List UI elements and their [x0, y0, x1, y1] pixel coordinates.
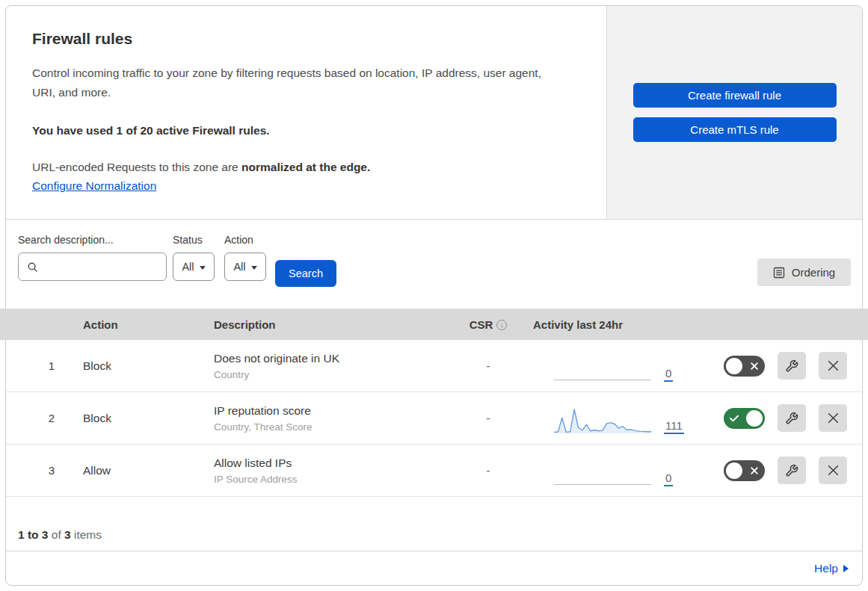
search-input-wrapper[interactable]	[18, 253, 167, 281]
enable-rule-toggle[interactable]	[724, 460, 765, 481]
rule-description-cell: IP reputation score Country, Threat Scor…	[214, 404, 447, 433]
delete-rule-button[interactable]	[819, 404, 847, 432]
toggle-knob	[726, 358, 742, 374]
activity-count-link[interactable]: 0	[664, 471, 673, 486]
rule-csr: -	[447, 412, 529, 424]
create-mtls-rule-button[interactable]: Create mTLS rule	[633, 117, 837, 142]
action-label: Action	[224, 234, 266, 246]
search-icon	[27, 262, 38, 273]
wrench-icon	[785, 412, 798, 425]
help-link-label: Help	[814, 562, 838, 575]
pagination-summary: 1 to 3 of 3 items	[6, 497, 862, 551]
flat-zero-line	[554, 484, 651, 485]
status-label: Status	[173, 234, 215, 246]
header-section: Firewall rules Control incoming traffic …	[6, 6, 862, 220]
rule-priority: 2	[6, 412, 83, 424]
firewall-rules-card: Firewall rules Control incoming traffic …	[5, 5, 863, 586]
normalization-text: URL-encoded Requests to this zone are no…	[32, 161, 584, 174]
filter-bar: Search description... Status All Action …	[6, 220, 862, 309]
page-title: Firewall rules	[32, 30, 584, 48]
rule-criteria: Country, Threat Score	[214, 421, 447, 433]
close-icon	[827, 464, 840, 477]
rule-controls	[690, 457, 862, 484]
action-dropdown-value: All	[233, 261, 245, 273]
rule-controls	[690, 352, 862, 380]
normalization-bold: normalized at the edge.	[241, 161, 370, 173]
rule-action: Block	[83, 412, 214, 425]
ordering-list-icon	[773, 267, 785, 279]
items-range: 1 to 3	[18, 528, 48, 541]
rule-description: IP reputation score	[214, 404, 447, 418]
page-description: Control incoming traffic to your zone by…	[32, 64, 563, 102]
rule-csr: -	[447, 464, 529, 477]
close-icon	[827, 359, 840, 372]
enable-rule-toggle[interactable]	[724, 408, 765, 429]
status-filter-group: Status All	[173, 234, 215, 281]
activity-count-link[interactable]: 0	[664, 367, 673, 382]
items-label: items	[74, 528, 102, 541]
column-activity: Activity last 24hr	[529, 318, 690, 331]
rule-action: Allow	[83, 464, 214, 477]
column-csr: CSRi	[447, 318, 529, 331]
x-icon	[751, 467, 758, 474]
rule-activity-cell: 0	[529, 340, 690, 392]
edit-rule-button[interactable]	[778, 404, 806, 432]
rule-controls	[690, 404, 862, 432]
rule-description: Does not originate in UK	[214, 352, 447, 365]
create-firewall-rule-button[interactable]: Create firewall rule	[633, 83, 837, 108]
activity-count-link[interactable]: 111	[664, 419, 684, 434]
activity-sparkline-flat	[554, 355, 651, 382]
rule-description-cell: Allow listed IPs IP Source Address	[214, 457, 447, 485]
configure-normalization-link[interactable]: Configure Normalization	[32, 179, 156, 192]
rule-criteria: Country	[214, 369, 447, 380]
ordering-button-label: Ordering	[792, 266, 835, 279]
check-icon	[730, 415, 739, 422]
close-icon	[827, 412, 840, 424]
rule-criteria: IP Source Address	[214, 474, 447, 485]
rule-activity-cell: 0	[529, 445, 690, 496]
edit-rule-button[interactable]	[778, 352, 806, 380]
search-group: Search description...	[18, 234, 167, 281]
status-dropdown-value: All	[182, 261, 194, 273]
chevron-down-icon	[251, 266, 257, 270]
usage-summary: You have used 1 of 20 active Firewall ru…	[32, 124, 584, 137]
info-icon[interactable]: i	[496, 320, 507, 330]
flat-zero-line	[554, 380, 651, 380]
help-link[interactable]: Help	[814, 562, 849, 575]
table-row: 2 Block IP reputation score Country, Thr…	[6, 392, 862, 445]
chevron-down-icon	[200, 266, 206, 270]
toggle-knob	[746, 410, 763, 427]
rule-description-cell: Does not originate in UK Country	[214, 352, 447, 380]
rule-activity-cell: 111	[529, 392, 690, 444]
rule-action: Block	[83, 359, 214, 373]
table-header: Action Description CSRi Activity last 24…	[0, 309, 868, 340]
column-description: Description	[214, 318, 447, 331]
actions-panel: Create firewall rule Create mTLS rule	[606, 6, 862, 219]
action-filter-group: Action All	[224, 234, 266, 281]
search-input[interactable]	[44, 260, 160, 273]
toggle-knob	[726, 462, 742, 479]
wrench-icon	[785, 464, 798, 477]
column-csr-label: CSR	[470, 318, 493, 331]
column-action: Action	[83, 318, 214, 331]
enable-rule-toggle[interactable]	[724, 356, 765, 377]
activity-sparkline	[554, 407, 651, 434]
rule-csr: -	[447, 359, 529, 372]
delete-rule-button[interactable]	[819, 457, 847, 484]
delete-rule-button[interactable]	[819, 352, 847, 380]
x-icon	[751, 362, 758, 370]
wrench-icon	[785, 359, 798, 373]
arrow-right-icon	[843, 565, 849, 572]
items-of: of	[52, 528, 61, 541]
action-dropdown[interactable]: All	[224, 253, 266, 281]
rule-priority: 3	[6, 464, 83, 477]
search-button[interactable]: Search	[275, 260, 336, 287]
activity-sparkline-flat	[554, 460, 651, 486]
ordering-button[interactable]: Ordering	[757, 259, 851, 286]
status-dropdown[interactable]: All	[173, 253, 215, 281]
help-row: Help	[6, 551, 862, 586]
table-row: 1 Block Does not originate in UK Country…	[6, 340, 862, 392]
edit-rule-button[interactable]	[778, 457, 806, 484]
search-label: Search description...	[18, 234, 167, 246]
normalization-prefix: URL-encoded Requests to this zone are	[32, 161, 241, 173]
